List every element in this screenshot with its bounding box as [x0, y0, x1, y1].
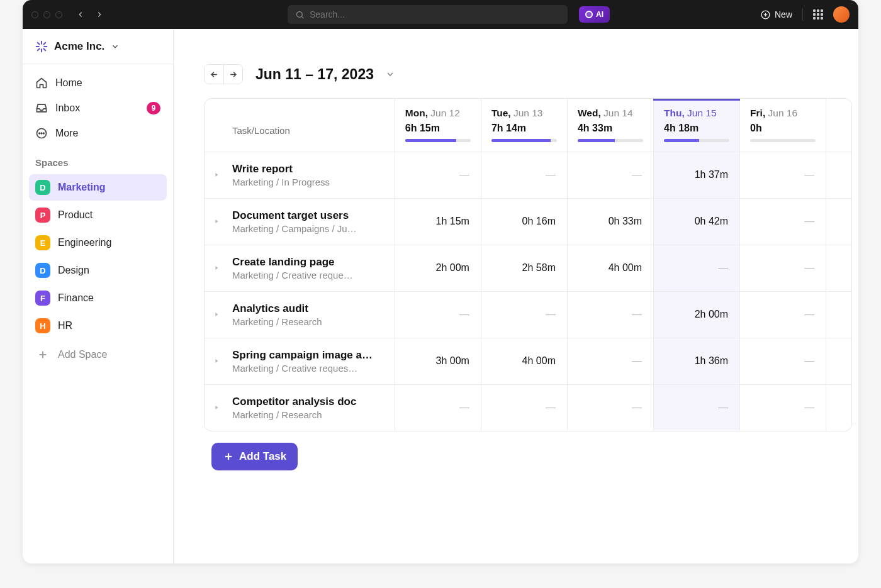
titlebar-right: New: [760, 6, 850, 23]
space-label: Engineering: [58, 237, 111, 248]
expand-caret-icon[interactable]: [213, 358, 220, 364]
empty-dash: —: [546, 402, 556, 413]
expand-caret-icon[interactable]: [213, 311, 220, 318]
time-cell[interactable]: 1h 36m: [654, 338, 740, 384]
time-cell[interactable]: —: [740, 384, 826, 431]
traffic-minimize[interactable]: [43, 11, 50, 18]
add-space-button[interactable]: Add Space: [29, 341, 167, 368]
time-cell[interactable]: 2h 58m: [481, 245, 567, 291]
chevron-down-icon: [111, 42, 120, 51]
nav-inbox-label: Inbox: [55, 103, 80, 114]
nav-more[interactable]: More: [29, 121, 167, 146]
time-cell[interactable]: —: [654, 245, 740, 291]
time-cell-overflow: [826, 384, 851, 431]
time-cell[interactable]: 3h 00m: [395, 338, 481, 384]
time-cell[interactable]: 0h 16m: [481, 198, 567, 245]
divider: [802, 8, 803, 21]
new-button[interactable]: New: [760, 9, 792, 20]
task-path: Marketing / Research: [205, 409, 387, 420]
time-cell[interactable]: —: [654, 384, 740, 431]
table-row: Write reportMarketing / In Progress———1h…: [205, 152, 851, 198]
traffic-maximize[interactable]: [55, 11, 62, 18]
next-week-button[interactable]: [223, 65, 242, 84]
time-cell[interactable]: —: [567, 152, 653, 198]
date-range-picker[interactable]: [385, 69, 395, 79]
time-cell[interactable]: —: [567, 338, 653, 384]
task-cell[interactable]: Competitor analysis docMarketing / Resea…: [205, 384, 395, 431]
day-total: 4h 18m: [664, 123, 729, 134]
time-cell[interactable]: —: [395, 152, 481, 198]
column-day[interactable]: Fri, Jun 160h: [740, 99, 826, 152]
time-cell[interactable]: 2h 00m: [395, 245, 481, 291]
add-task-button[interactable]: Add Task: [211, 443, 298, 470]
time-cell[interactable]: —: [567, 384, 653, 431]
time-cell[interactable]: —: [740, 152, 826, 198]
time-cell[interactable]: —: [740, 198, 826, 245]
expand-caret-icon[interactable]: [213, 265, 220, 271]
sidebar-space-engineering[interactable]: EEngineering: [29, 230, 167, 256]
expand-caret-icon[interactable]: [213, 404, 220, 411]
time-cell[interactable]: —: [481, 384, 567, 431]
empty-dash: —: [459, 169, 469, 180]
time-cell[interactable]: 0h 42m: [654, 198, 740, 245]
task-cell[interactable]: Document target usersMarketing / Campaig…: [205, 198, 395, 245]
time-cell[interactable]: —: [740, 291, 826, 338]
empty-dash: —: [804, 309, 814, 319]
time-cell[interactable]: 4h 00m: [481, 338, 567, 384]
empty-dash: —: [718, 402, 728, 413]
time-cell[interactable]: —: [740, 338, 826, 384]
sidebar-space-hr[interactable]: HHR: [29, 313, 167, 339]
sidebar-space-product[interactable]: PProduct: [29, 202, 167, 228]
date-header: Jun 11 – 17, 2023: [174, 64, 858, 98]
time-cell[interactable]: —: [481, 291, 567, 338]
task-cell[interactable]: Spring campaign image a…Marketing / Crea…: [205, 338, 395, 384]
add-task-label: Add Task: [239, 450, 286, 463]
column-day[interactable]: Thu, Jun 154h 18m: [654, 99, 740, 152]
space-badge: P: [35, 208, 50, 223]
day-of-week: Mon,: [405, 108, 430, 118]
history-forward-button[interactable]: [93, 8, 106, 21]
time-cell[interactable]: 2h 00m: [654, 291, 740, 338]
workspace-picker[interactable]: Acme Inc.: [23, 29, 173, 64]
task-cell[interactable]: Analytics auditMarketing / Research: [205, 291, 395, 338]
prev-week-button[interactable]: [205, 65, 223, 84]
time-cell[interactable]: —: [481, 152, 567, 198]
task-cell[interactable]: Write reportMarketing / In Progress: [205, 152, 395, 198]
column-day[interactable]: Wed, Jun 144h 33m: [567, 99, 653, 152]
time-cell[interactable]: 0h 33m: [567, 198, 653, 245]
global-search[interactable]: [288, 5, 568, 24]
task-cell[interactable]: Create landing pageMarketing / Creative …: [205, 245, 395, 291]
time-cell-overflow: [826, 152, 851, 198]
time-cell[interactable]: —: [740, 245, 826, 291]
time-cell[interactable]: —: [395, 291, 481, 338]
task-title: Document target users: [205, 209, 387, 222]
nav-inbox[interactable]: Inbox 9: [29, 96, 167, 121]
day-progress-bar: [491, 139, 557, 142]
user-avatar[interactable]: [833, 6, 850, 23]
sidebar-space-finance[interactable]: FFinance: [29, 285, 167, 311]
time-cell[interactable]: —: [395, 384, 481, 431]
svg-line-10: [43, 48, 45, 50]
history-back-button[interactable]: [74, 8, 87, 21]
task-path: Marketing / Campaigns / Ju…: [205, 223, 387, 234]
apps-grid-icon[interactable]: [813, 9, 823, 19]
ai-button[interactable]: AI: [579, 6, 610, 23]
sidebar-space-design[interactable]: DDesign: [29, 257, 167, 284]
traffic-close[interactable]: [31, 11, 38, 18]
nav-home[interactable]: Home: [29, 70, 167, 96]
time-cell[interactable]: —: [567, 291, 653, 338]
day-progress-bar: [664, 139, 729, 142]
space-label: Design: [58, 265, 89, 276]
expand-caret-icon[interactable]: [213, 172, 220, 178]
column-overflow: [826, 99, 851, 152]
column-day[interactable]: Mon, Jun 126h 15m: [395, 99, 481, 152]
search-input[interactable]: [310, 9, 560, 19]
task-title: Competitor analysis doc: [205, 396, 387, 408]
current-day-marker: [653, 98, 740, 101]
time-cell[interactable]: 1h 37m: [654, 152, 740, 198]
column-day[interactable]: Tue, Jun 137h 14m: [481, 99, 567, 152]
time-cell[interactable]: 4h 00m: [567, 245, 653, 291]
sidebar-space-marketing[interactable]: DMarketing: [29, 174, 167, 201]
time-cell[interactable]: 1h 15m: [395, 198, 481, 245]
expand-caret-icon[interactable]: [213, 218, 220, 225]
